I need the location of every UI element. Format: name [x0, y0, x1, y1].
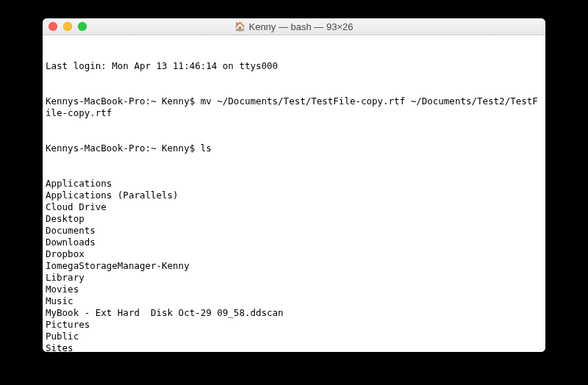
list-item: Applications (Parallels) [46, 190, 542, 201]
prompt-text: Kennys-MacBook-Pro:~ Kenny$ [46, 143, 201, 154]
list-item: Documents [46, 225, 542, 237]
list-item: IomegaStorageManager-Kenny [46, 260, 542, 272]
list-item: Desktop [46, 213, 542, 225]
last-login-line: Last login: Mon Apr 13 11:46:14 on ttys0… [46, 60, 542, 72]
home-icon: 🏠 [234, 22, 245, 31]
command-line: Kennys-MacBook-Pro:~ Kenny$ mv ~/Documen… [46, 96, 542, 119]
window-title: Kenny — bash — 93×26 [248, 21, 353, 32]
window-controls [43, 22, 87, 31]
ls-output: ApplicationsApplications (Parallels)Clou… [46, 178, 542, 352]
list-item: Library [46, 272, 542, 284]
command-ls: ls [201, 143, 212, 154]
list-item: Movies [46, 284, 542, 295]
list-item: Public [46, 331, 542, 342]
list-item: Dropbox [46, 248, 542, 260]
close-button[interactable] [49, 22, 57, 31]
minimize-button[interactable] [63, 22, 72, 31]
list-item: MyBook - Ext Hard Disk Oct-29 09_58.ddsc… [46, 307, 542, 319]
list-item: Sites [46, 342, 542, 352]
command-line: Kennys-MacBook-Pro:~ Kenny$ ls [46, 143, 542, 154]
list-item: Applications [46, 178, 542, 190]
prompt-text: Kennys-MacBook-Pro:~ Kenny$ [46, 96, 201, 107]
window-title-wrap: 🏠 Kenny — bash — 93×26 [43, 21, 545, 32]
list-item: Downloads [46, 237, 542, 248]
list-item: Cloud Drive [46, 201, 542, 213]
terminal-window: 🏠 Kenny — bash — 93×26 Last login: Mon A… [43, 18, 545, 352]
zoom-button[interactable] [78, 22, 87, 31]
list-item: Music [46, 295, 542, 307]
titlebar: 🏠 Kenny — bash — 93×26 [43, 18, 545, 35]
list-item: Pictures [46, 319, 542, 331]
terminal-body[interactable]: Last login: Mon Apr 13 11:46:14 on ttys0… [43, 35, 545, 352]
